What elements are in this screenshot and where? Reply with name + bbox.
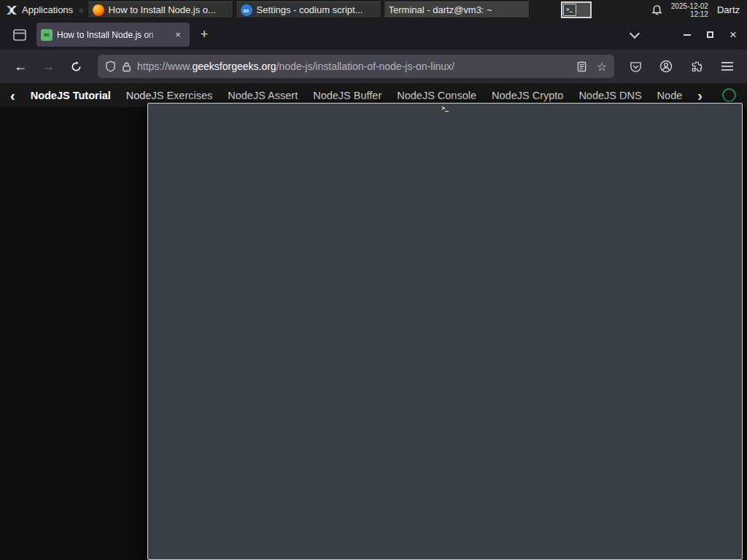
nav-scroll-left-chevron-icon[interactable]: ‹ xyxy=(10,88,15,103)
taskbar-button-label: Settings - codium script... xyxy=(257,4,363,15)
taskbar-button-label: How to Install Node.js o... xyxy=(109,4,216,15)
url-domain: geeksforgeeks.org xyxy=(192,61,276,72)
gfg-nav-link[interactable]: NodeJS Buffer xyxy=(313,90,382,101)
gfg-nav-link[interactable]: NodeJS Tutorial xyxy=(31,90,111,101)
extensions-button[interactable] xyxy=(687,57,706,76)
firefox-toolbar: ← → https://www.geeksforgeeks.org/node-j… xyxy=(0,50,747,83)
search-icon[interactable] xyxy=(722,88,736,102)
applications-label: Applications xyxy=(22,4,73,15)
taskbar-button-label: Terminal - dartz@vm3: ~ xyxy=(389,4,492,15)
browser-minimize-button[interactable] xyxy=(684,34,691,36)
reload-button[interactable] xyxy=(64,55,88,78)
extensions-puzzle-icon xyxy=(691,61,703,73)
workspace-switcher[interactable]: >_ xyxy=(561,1,592,18)
username-label: Dartz xyxy=(717,4,740,15)
taskbar-button-terminal[interactable]: >_Terminal - dartz@vm3: ~ xyxy=(384,1,530,18)
url-bar[interactable]: https://www.geeksforgeeks.org/node-js/in… xyxy=(98,55,614,78)
url-scheme: https://www. xyxy=(137,61,192,72)
new-tab-button[interactable]: + xyxy=(194,25,214,45)
clock-date: 2025-12-02 xyxy=(671,2,708,10)
terminal-mini-icon: >_ xyxy=(563,4,576,16)
clock[interactable]: 2025-12-02 12:12 xyxy=(671,2,708,18)
hamburger-menu-icon xyxy=(721,61,733,71)
browser-close-button[interactable]: × xyxy=(729,31,737,39)
firefox-icon xyxy=(93,4,104,16)
lock-icon[interactable] xyxy=(122,61,131,72)
browser-tab-active[interactable]: ∞ How to Install Node.js on × xyxy=(36,23,190,47)
bookmark-star-icon[interactable]: ☆ xyxy=(597,60,607,74)
browser-maximize-button[interactable] xyxy=(707,31,713,38)
gfg-nav-link[interactable]: NodeJS Crypto xyxy=(492,90,563,101)
tab-title: How to Install Node.js on xyxy=(57,30,166,40)
taskbar: How to Install Node.js o...∞Settings - c… xyxy=(88,1,532,18)
clock-time: 12:12 xyxy=(671,10,708,18)
app-menu-button[interactable] xyxy=(718,57,737,76)
codium-icon: ∞ xyxy=(241,4,252,16)
gfg-nav-link[interactable]: NodeJS Exercises xyxy=(126,90,212,101)
applications-menu[interactable]: Applications xyxy=(0,0,79,20)
back-button[interactable]: ← xyxy=(9,55,32,78)
browser-window-controls: × xyxy=(684,31,737,39)
reload-icon xyxy=(71,61,82,72)
distro-logo-icon xyxy=(6,4,18,16)
tab-close-button[interactable]: × xyxy=(171,28,185,42)
gfg-nav-link[interactable]: NodeJS Assert xyxy=(228,90,298,101)
geeksforgeeks-favicon-icon: ∞ xyxy=(41,29,53,41)
taskbar-button-codium[interactable]: ∞Settings - codium script... xyxy=(236,1,382,18)
gfg-nav-link[interactable]: NodeJS Console xyxy=(397,90,476,101)
taskbar-button-firefox[interactable]: How to Install Node.js o... xyxy=(88,1,233,18)
firefox-tab-bar: ∞ How to Install Node.js on × + × xyxy=(0,20,747,50)
tracking-shield-icon[interactable] xyxy=(105,61,116,72)
gfg-nav-link[interactable]: Node xyxy=(657,90,683,101)
firefox-view-button[interactable] xyxy=(9,26,31,44)
account-icon xyxy=(659,60,673,73)
pocket-button[interactable] xyxy=(626,57,645,76)
url-actions: ☆ xyxy=(577,60,607,74)
toolbar-right-icons xyxy=(622,57,747,76)
url-text: https://www.geeksforgeeks.org/node-js/in… xyxy=(137,61,571,72)
panel-handle: ≡ xyxy=(79,6,82,15)
firefox-view-icon xyxy=(13,29,26,41)
nav-scroll-right-chevron-icon[interactable]: › xyxy=(697,88,703,103)
panel-tray: 2025-12-02 12:12 Dartz xyxy=(651,2,747,18)
gfg-nav-link[interactable]: NodeJS DNS xyxy=(578,90,641,101)
account-button[interactable] xyxy=(657,57,676,76)
list-all-tabs-chevron-icon[interactable] xyxy=(630,28,640,39)
forward-button[interactable]: → xyxy=(36,55,60,78)
top-panel: Applications ≡ How to Install Node.js o.… xyxy=(0,0,747,20)
tabbar-right-controls: × xyxy=(631,31,747,39)
url-path: /node-js/installation-of-node-js-on-linu… xyxy=(276,61,454,72)
nav-buttons: ← → xyxy=(0,55,88,78)
reader-view-icon[interactable] xyxy=(577,61,587,72)
gfg-nav-items: NodeJS TutorialNodeJS ExercisesNodeJS As… xyxy=(31,90,683,101)
notification-bell-icon[interactable] xyxy=(651,4,662,16)
pocket-icon xyxy=(630,61,642,73)
